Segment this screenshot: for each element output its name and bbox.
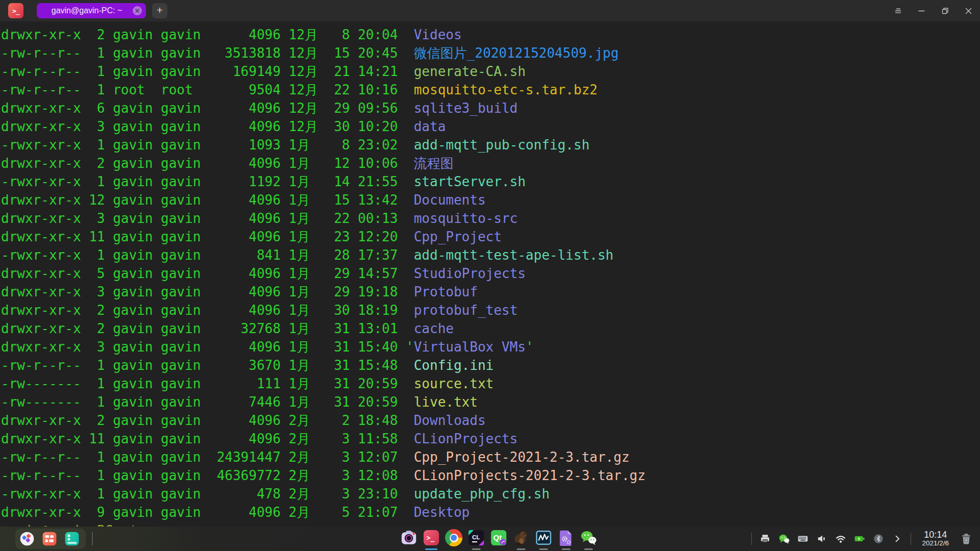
- dock-camera-icon[interactable]: [400, 529, 418, 546]
- terminal-app-icon: >_: [8, 3, 23, 18]
- file-name: Downloads: [414, 413, 486, 428]
- running-indicator: [472, 548, 481, 550]
- tray-printer-icon[interactable]: [760, 533, 771, 544]
- dock-dbeaver-icon[interactable]: [512, 529, 530, 546]
- new-tab-button[interactable]: +: [152, 3, 167, 18]
- file-name: live.txt: [414, 394, 478, 410]
- file-row: drwxr-xr-x 2 gavin gavin 4096 2月 2 18:48…: [1, 411, 980, 430]
- tray-keyboard-icon[interactable]: [797, 533, 808, 544]
- tray-separator: [751, 533, 752, 545]
- file-row: -rw-r--r-- 1 gavin gavin 169149 12月 21 1…: [1, 62, 980, 81]
- file-row: drwxr-xr-x 3 gavin gavin 4096 1月 22 00:1…: [1, 209, 980, 228]
- file-row: drwxr-xr-x 3 gavin gavin 4096 1月 31 15:4…: [1, 338, 980, 356]
- file-row: -rw------- 1 gavin gavin 111 1月 31 20:59…: [1, 374, 980, 393]
- file-row: -rw-r--r-- 1 gavin gavin 3513818 12月 15 …: [1, 44, 980, 62]
- file-name: Protobuf: [414, 284, 478, 299]
- dock-system-monitor-icon[interactable]: [535, 529, 552, 546]
- file-name: VirtualBox VMs: [414, 339, 526, 355]
- tray-wifi-icon[interactable]: [835, 533, 846, 544]
- taskbar: >_CLQt 10:14 2021/2/6: [0, 527, 980, 551]
- dock-separator: [92, 532, 93, 545]
- file-row: drwxr-xr-x 6 gavin gavin 4096 12月 29 09:…: [1, 99, 980, 117]
- file-meta: drwxr-xr-x 12 gavin gavin 4096 1月 15 13:…: [1, 192, 414, 208]
- file-meta: drwxr-xr-x 11 gavin gavin 4096 2月 3 11:5…: [1, 431, 414, 446]
- menu-button[interactable]: [886, 0, 910, 21]
- file-row: drwxr-xr-x 2 gavin gavin 32768 1月 31 13:…: [1, 319, 980, 338]
- file-meta: -rw-r--r-- 1 root root 9504 12月 22 10:16: [1, 82, 414, 97]
- file-name: 微信图片_20201215204509.jpg: [414, 45, 619, 61]
- file-name: startServer.sh: [414, 174, 526, 189]
- file-name: mosquitto-etc-s.tar.bz2: [414, 82, 598, 97]
- file-meta: -rwxr-xr-x 1 gavin gavin 1192 1月 14 21:5…: [1, 174, 414, 189]
- file-name: CLionProjects-2021-2-3.tar.gz: [414, 468, 646, 483]
- running-indicator: [425, 548, 437, 550]
- app-grid-icon[interactable]: [42, 531, 57, 546]
- file-name: StudioProjects: [414, 266, 526, 281]
- file-name: Documents: [414, 192, 486, 208]
- close-button[interactable]: [957, 0, 980, 21]
- dock-left-group: [15, 529, 86, 549]
- file-meta: drwxr-xr-x 6 gavin gavin 4096 12月 29 09:…: [1, 101, 414, 116]
- file-row: -rw------- 1 gavin gavin 7446 1月 31 20:5…: [1, 393, 980, 411]
- file-meta: -rwxr-xr-x 1 gavin gavin 841 1月 28 17:37: [1, 247, 414, 263]
- file-meta: -rw-r--r-- 1 gavin gavin 3513818 12月 15 …: [1, 45, 414, 61]
- file-name: source.txt: [414, 376, 494, 391]
- dock-terminal-icon[interactable]: >_: [423, 529, 440, 546]
- file-name: Videos: [414, 27, 462, 42]
- file-meta: drwxr-xr-x 3 gavin gavin 4096 1月 31 15:4…: [1, 339, 414, 355]
- file-meta: drwxr-xr-x 2 gavin gavin 4096 12月 8 20:0…: [1, 27, 414, 42]
- terminal-tab[interactable]: gavin@gavin-PC: ~: [37, 3, 146, 18]
- dock-qt-creator-icon[interactable]: Qt: [490, 529, 507, 546]
- quote-char: ': [526, 339, 534, 355]
- file-meta: -rw-r--r-- 1 gavin gavin 46369772 2月 3 1…: [1, 468, 414, 483]
- tray-wechat-tray-icon[interactable]: [778, 533, 790, 544]
- dock-app-group: >_CLQt: [400, 529, 597, 546]
- file-name: generate-CA.sh: [414, 64, 526, 79]
- dock-chrome-icon[interactable]: [445, 529, 462, 546]
- file-name: add-mqtt_pub-config.sh: [414, 137, 590, 153]
- file-row: drwxr-xr-x 2 gavin gavin 4096 1月 30 18:1…: [1, 301, 980, 319]
- file-row: -rwxr-xr-x 1 gavin gavin 1093 1月 8 23:02…: [1, 136, 980, 154]
- show-desktop-icon[interactable]: [64, 531, 80, 546]
- file-meta: -rw------- 1 gavin gavin 7446 1月 31 20:5…: [1, 394, 414, 410]
- file-row: drwxr-xr-x 3 gavin gavin 4096 1月 29 19:1…: [1, 283, 980, 301]
- file-meta: -rw-r--r-- 1 gavin gavin 3670 1月 31 15:4…: [1, 358, 414, 373]
- running-indicator: [517, 548, 526, 550]
- tray-battery-icon[interactable]: [854, 533, 865, 544]
- dock-package-config-icon[interactable]: [557, 529, 575, 546]
- file-meta: drwxr-xr-x 3 gavin gavin 4096 12月 30 10:…: [1, 119, 414, 134]
- trash-icon[interactable]: [960, 532, 973, 545]
- file-row: drwxr-xr-x 11 gavin gavin 4096 2月 3 11:5…: [1, 430, 980, 448]
- restore-button[interactable]: [933, 0, 957, 21]
- tray-separator: [911, 533, 911, 545]
- file-name: cache: [414, 321, 454, 336]
- dock-wechat-icon[interactable]: [580, 529, 597, 546]
- dock-clion-icon[interactable]: CL: [468, 529, 485, 546]
- file-name: Cpp_Project: [414, 229, 502, 244]
- tray-volume-icon[interactable]: [816, 533, 827, 544]
- file-meta: drwxr-xr-x 11 gavin gavin 4096 1月 23 12:…: [1, 229, 414, 244]
- file-name: Desktop: [414, 505, 470, 520]
- tray-bluetooth-icon[interactable]: [873, 533, 884, 544]
- file-meta: drwxr-xr-x 2 gavin gavin 4096 1月 12 10:0…: [1, 156, 414, 171]
- launcher-icon[interactable]: [19, 531, 35, 546]
- tab-close-icon[interactable]: [133, 6, 142, 15]
- file-meta: drwxr-xr-x 2 gavin gavin 4096 2月 2 18:48: [1, 413, 414, 428]
- file-row: -rw-r--r-- 1 gavin gavin 3670 1月 31 15:4…: [1, 356, 980, 374]
- clock[interactable]: 10:14 2021/2/6: [919, 530, 952, 547]
- file-meta: drwxr-xr-x 3 gavin gavin 4096 1月 29 19:1…: [1, 284, 414, 299]
- file-row: -rwxr-xr-x 1 gavin gavin 1192 1月 14 21:5…: [1, 172, 980, 191]
- title-bar[interactable]: >_ gavin@gavin-PC: ~ +: [0, 0, 980, 21]
- file-row: drwxr-xr-x 2 gavin gavin 4096 12月 8 20:0…: [1, 26, 980, 44]
- minimize-button[interactable]: [910, 0, 933, 21]
- tray-expand-icon[interactable]: [892, 533, 903, 544]
- file-row: drwxr-xr-x 5 gavin gavin 4096 1月 29 14:5…: [1, 264, 980, 283]
- file-name: Cpp_Project-2021-2-3.tar.gz: [414, 449, 630, 465]
- file-meta: drwxr-xr-x 5 gavin gavin 4096 1月 29 14:5…: [1, 266, 414, 281]
- file-meta: drwxr-xr-x 9 gavin gavin 4096 2月 5 21:07: [1, 505, 414, 520]
- system-tray: 10:14 2021/2/6: [751, 530, 973, 547]
- file-row: drwxr-xr-x 2 gavin gavin 4096 1月 12 10:0…: [1, 154, 980, 172]
- file-name: CLionProjects: [414, 431, 518, 446]
- file-name: sqlite3_build: [414, 101, 518, 116]
- file-meta: -rwxr-xr-x 1 gavin gavin 478 2月 3 23:10: [1, 486, 414, 502]
